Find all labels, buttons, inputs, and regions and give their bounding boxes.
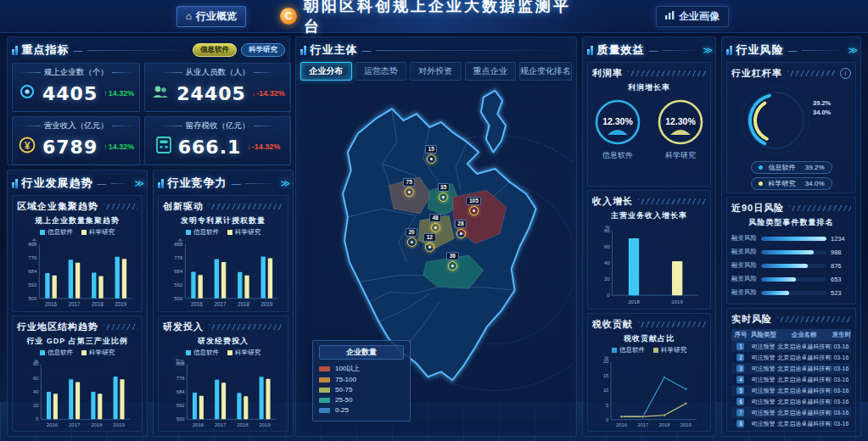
table-row[interactable]: 8司法预警北京启迪卓越科技有限公司03-16 xyxy=(731,418,851,429)
svg-text:2016: 2016 xyxy=(47,421,59,427)
pin-value: 105 xyxy=(466,197,481,205)
tab-2[interactable]: 对外投资 xyxy=(410,62,462,81)
pin-marker-icon xyxy=(425,243,434,252)
tab-1[interactable]: 运营态势 xyxy=(356,62,407,81)
table-row[interactable]: 5司法预警北京启迪卓越科技有限公司03-16 xyxy=(731,385,851,396)
tab-4[interactable]: 规企变化排名 xyxy=(519,62,572,81)
legend-label: 100以上 xyxy=(335,364,360,373)
expand-arrow-icon[interactable]: ≫ xyxy=(280,178,288,189)
table-row[interactable]: 6司法预警北京启迪卓越科技有限公司03-16 xyxy=(731,396,851,407)
svg-text:个: 个 xyxy=(31,238,37,243)
gauge-label: 科学研究 xyxy=(665,150,696,161)
section-title: 研发投入 xyxy=(163,321,204,333)
map-pin[interactable]: 12 xyxy=(423,233,435,252)
legend-swatch xyxy=(653,348,658,353)
section-title: 区域企业集聚趋势 xyxy=(17,200,98,213)
svg-text:20: 20 xyxy=(33,403,39,408)
svg-text:0: 0 xyxy=(606,416,608,421)
legend-swatch xyxy=(81,350,87,355)
svg-text:60: 60 xyxy=(604,244,610,249)
table-row[interactable]: 2司法预警北京启迪卓越科技有限公司03-16 xyxy=(731,352,851,363)
employees-icon xyxy=(150,82,171,104)
map-legend-item: 75-100 xyxy=(319,376,404,383)
enterprise-count-icon xyxy=(18,82,36,104)
legend-label: 50-75 xyxy=(335,386,352,394)
map-legend-item: 0-25 xyxy=(319,406,404,414)
profit-chart-title: 利润增长率 xyxy=(592,82,706,93)
svg-text:684: 684 xyxy=(28,268,37,274)
table-row[interactable]: 4司法预警北京启迪卓越科技有限公司03-16 xyxy=(731,374,851,385)
expand-arrow-icon[interactable]: ≫ xyxy=(848,45,856,56)
panel-header-icon xyxy=(587,46,593,55)
map-pin[interactable]: 20 xyxy=(406,228,417,247)
svg-text:60: 60 xyxy=(33,375,39,380)
legend-item: 信息软件 xyxy=(40,228,73,237)
chart-legend: 信息软件科学研究 xyxy=(612,346,686,354)
svg-text:500: 500 xyxy=(176,416,185,421)
pin-marker-icon xyxy=(448,261,457,271)
legend-swatch xyxy=(227,230,232,235)
svg-text:个: 个 xyxy=(177,238,183,243)
chart-legend: 信息软件科学研究 xyxy=(40,349,115,357)
legend-swatch xyxy=(319,398,330,403)
map-pin[interactable]: 48 xyxy=(429,214,441,232)
map-pin[interactable]: 35 xyxy=(438,183,450,202)
map-pin[interactable]: 15 xyxy=(425,145,437,164)
legend-label: 0-25 xyxy=(335,406,349,414)
pin-marker-icon xyxy=(427,154,436,164)
svg-text:40: 40 xyxy=(33,388,39,394)
table-row[interactable]: 1司法预警北京启迪卓越科技有限公司03-16 xyxy=(731,341,851,352)
table-row[interactable]: 7司法预警北京启迪卓越科技有限公司03-16 xyxy=(731,407,851,418)
svg-text:0: 0 xyxy=(36,416,39,421)
legend-swatch xyxy=(319,366,330,371)
map-pin[interactable]: 28 xyxy=(455,220,467,238)
quality-benefit-title: 质量效益 xyxy=(597,42,645,58)
legend-swatch xyxy=(40,230,45,235)
key-indicators-title: 重点指标 xyxy=(22,42,70,58)
kpi-tag-science-research[interactable]: 科学研究 xyxy=(241,43,285,57)
svg-text:2017: 2017 xyxy=(215,421,227,427)
map-legend: 企业数量 100以上75-10050-7525-500-25 xyxy=(312,340,411,421)
panel-header-icon xyxy=(12,179,18,188)
industry-entities-title: 行业主体 xyxy=(311,42,358,58)
legend-label: 25-50 xyxy=(335,396,352,404)
kpi-delta: ↓-14.32% xyxy=(252,89,285,98)
expand-arrow-icon[interactable]: ≫ xyxy=(134,178,143,189)
pin-marker-icon xyxy=(456,229,465,238)
kpi-cards-grid: 规上企业数（个）4405↑14.32%从业人员数（人）24405↓-14.32%… xyxy=(12,63,285,165)
legend-label: 75-100 xyxy=(335,376,356,383)
chart-title: 研发经费投入 xyxy=(198,336,249,347)
legend-item: 信息软件 xyxy=(40,349,73,357)
svg-text:2018: 2018 xyxy=(91,421,103,427)
map-pin[interactable]: 75 xyxy=(403,178,415,197)
svg-text:¥: ¥ xyxy=(25,140,31,152)
risk-rank-chart-title: 风险类型事件数量排名 xyxy=(731,217,851,228)
svg-text:2016: 2016 xyxy=(191,301,204,307)
tab-0[interactable]: 企业分布 xyxy=(300,62,352,81)
expand-arrow-icon[interactable]: ≫ xyxy=(703,45,711,56)
svg-text:2018: 2018 xyxy=(659,421,670,427)
tab-3[interactable]: 重点企业 xyxy=(465,62,517,81)
svg-text:776: 776 xyxy=(176,375,185,380)
pin-value: 20 xyxy=(406,228,417,237)
innovation-driven-section: 创新驱动 发明专利累计授权数量信息软件科学研究500592684776868个2… xyxy=(158,195,288,312)
svg-text:684: 684 xyxy=(174,268,183,274)
svg-text:2019: 2019 xyxy=(680,421,692,427)
svg-text:40: 40 xyxy=(604,260,610,265)
kpi-tag-info-software[interactable]: 信息软件 xyxy=(193,43,237,57)
table-row[interactable]: 3司法预警北京启迪卓越科技有限公司03-16 xyxy=(731,363,851,374)
info-icon[interactable]: i xyxy=(840,68,851,79)
leverage-section: 行业杠杆率 i 39.2%34.0% 信息软件39.2%科学研究34.0% xyxy=(726,62,856,193)
section-title: 行业地区结构趋势 xyxy=(17,321,98,333)
enterprise-agglomeration-chart: 规上企业数量集聚趋势信息软件科学研究500592684776868个201620… xyxy=(17,213,137,309)
map-pin[interactable]: 36 xyxy=(446,252,458,271)
risk-bar-row: 融资风险876 xyxy=(731,259,851,272)
map-pin[interactable]: 105 xyxy=(466,197,481,215)
nav-industry-overview-button[interactable]: ⌂ 行业概览 xyxy=(176,6,246,27)
industry-trend-title: 行业发展趋势 xyxy=(22,176,93,191)
legend-dot xyxy=(759,165,763,170)
risk-bar-row: 融资风险1234 xyxy=(731,232,851,245)
nav-enterprise-portrait-button[interactable]: 企业画像 xyxy=(656,6,729,27)
kpi-value: 666.1 xyxy=(178,137,242,158)
svg-text:2019: 2019 xyxy=(259,421,271,427)
